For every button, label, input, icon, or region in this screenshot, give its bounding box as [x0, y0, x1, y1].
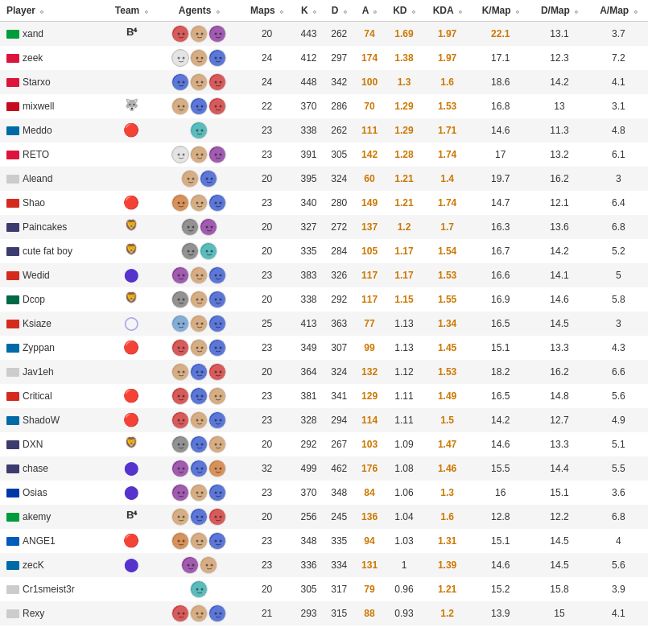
kmap-cell: 14.6: [471, 432, 530, 456]
kda-cell: 1.74: [423, 191, 471, 215]
svg-point-57: [192, 196, 208, 212]
player-name: Ksiaze: [23, 318, 52, 329]
player-name-cell[interactable]: Zyppan: [0, 336, 105, 360]
svg-point-70: [187, 250, 189, 253]
header-team[interactable]: Team ⬦: [105, 0, 158, 22]
player-name-cell[interactable]: Starxo: [0, 70, 105, 94]
agents-cell: [158, 505, 240, 529]
amap-cell: 3.7: [589, 22, 648, 47]
team-cell: B⁴: [105, 505, 158, 529]
svg-point-11: [183, 57, 185, 60]
svg-point-151: [196, 468, 199, 470]
table-row: Cr1smeist3r20305317790.961.2115.215.83.9: [0, 577, 648, 601]
k-cell: 328: [294, 408, 324, 432]
player-name-cell[interactable]: Cr1smeist3r: [0, 577, 105, 601]
team-cell: ⬤: [105, 263, 158, 287]
kmap-cell: 16.9: [471, 287, 530, 312]
player-name-cell[interactable]: Jav1eh: [0, 360, 105, 384]
dmap-cell: 16.2: [530, 360, 588, 384]
agents-cell: [158, 336, 240, 360]
player-name-cell[interactable]: Critical: [0, 384, 105, 408]
player-name: akemy: [23, 511, 51, 522]
svg-point-121: [178, 395, 180, 398]
d-cell: 280: [324, 191, 354, 215]
header-amap[interactable]: A/Map ⬦: [589, 0, 648, 22]
player-name-cell[interactable]: Rexy: [0, 601, 105, 625]
svg-point-119: [220, 371, 222, 374]
player-name-cell[interactable]: Ksiaze: [0, 312, 105, 336]
player-name-cell[interactable]: Paincakes: [0, 215, 105, 239]
header-d[interactable]: D ⬦: [324, 0, 354, 22]
kmap-cell: 15.2: [471, 577, 530, 601]
header-agents[interactable]: Agents ⬦: [158, 0, 240, 22]
agents-icons: [161, 363, 237, 381]
maps-cell: 20: [241, 577, 294, 601]
svg-point-64: [187, 226, 189, 229]
dmap-cell: 15.8: [530, 577, 588, 601]
player-name-cell[interactable]: akemy: [0, 505, 105, 529]
header-a[interactable]: A ⬦: [354, 0, 385, 22]
header-player[interactable]: Player ⬦: [0, 0, 105, 22]
maps-cell: 23: [241, 142, 294, 167]
header-kd[interactable]: KD ⬦: [385, 0, 423, 22]
team-logo: ◯: [123, 316, 139, 332]
d-cell: 262: [324, 118, 354, 142]
svg-point-16: [215, 57, 217, 60]
agent-icon-2: [208, 436, 226, 453]
player-name-cell[interactable]: Aleand: [0, 167, 105, 191]
svg-point-81: [210, 268, 226, 284]
agent-icon-1: [190, 484, 208, 502]
player-name-cell[interactable]: cute fat boy: [0, 239, 105, 263]
agent-icon-0: [171, 49, 189, 67]
agent-icon-0: [181, 170, 199, 188]
header-maps[interactable]: Maps ⬦: [241, 0, 294, 22]
flag-icon: [6, 561, 19, 570]
svg-point-144: [210, 437, 226, 453]
maps-cell: 23: [241, 529, 294, 553]
svg-point-142: [196, 444, 199, 446]
agent-icon-1: [190, 97, 208, 115]
kmap-cell: 16.5: [471, 312, 530, 336]
player-name-cell[interactable]: Osias: [0, 481, 105, 505]
player-name-cell[interactable]: xand: [0, 22, 105, 47]
agent-icon-1: [190, 49, 208, 67]
k-cell: 381: [294, 384, 324, 408]
header-kda[interactable]: KDA ⬦: [423, 0, 471, 22]
kd-cell: 1.08: [385, 456, 423, 481]
maps-cell: 24: [241, 46, 294, 70]
player-name-cell[interactable]: RETO: [0, 142, 105, 167]
header-kmap[interactable]: K/Map ⬦: [471, 0, 530, 22]
player-name-cell[interactable]: Wedid: [0, 263, 105, 287]
svg-point-130: [178, 419, 180, 422]
kd-cell: 1.13: [385, 336, 423, 360]
agent-icon-0: [181, 556, 199, 574]
dmap-cell: 12.2: [530, 505, 588, 529]
agent-icon-0: [171, 411, 189, 429]
k-cell: 499: [294, 456, 324, 481]
player-name-cell[interactable]: ANGE1: [0, 529, 105, 553]
header-dmap[interactable]: D/Map ⬦: [530, 0, 588, 22]
agents-icons: [161, 411, 237, 429]
player-name-cell[interactable]: Dcop: [0, 287, 105, 312]
player-name-cell[interactable]: Shao: [0, 191, 105, 215]
agent-icon-0: [171, 266, 189, 284]
svg-point-27: [173, 99, 189, 115]
svg-point-150: [192, 461, 208, 477]
player-name-cell[interactable]: ShadoW: [0, 408, 105, 432]
player-name-cell[interactable]: zecK: [0, 553, 105, 577]
player-name-cell[interactable]: DXN: [0, 432, 105, 456]
player-name-cell[interactable]: Meddo: [0, 118, 105, 142]
player-name-cell[interactable]: zeek: [0, 46, 105, 70]
svg-point-191: [201, 588, 204, 591]
player-name-cell[interactable]: mixwell: [0, 94, 105, 118]
svg-point-124: [196, 395, 199, 398]
svg-point-160: [196, 492, 199, 494]
agent-icon-1: [190, 315, 208, 332]
table-row: Zyppan🔴23349307991.131.4515.113.34.3: [0, 336, 648, 360]
header-k[interactable]: K ⬦: [294, 0, 324, 22]
a-cell: 132: [354, 360, 385, 384]
k-cell: 305: [294, 577, 324, 601]
svg-point-93: [173, 316, 189, 332]
player-name-cell[interactable]: chase: [0, 456, 105, 481]
flag-icon: [6, 54, 19, 63]
